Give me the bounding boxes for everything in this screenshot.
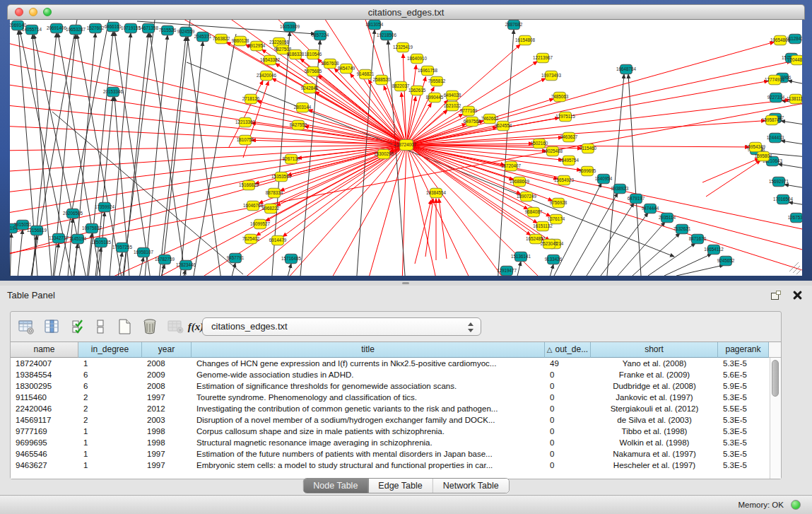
- red-edge-ray[interactable]: [10, 145, 406, 235]
- graph-node[interactable]: 1145194: [69, 234, 87, 244]
- graph-node[interactable]: 8813054: [366, 20, 384, 30]
- graph-node[interactable]: 8186328: [287, 49, 305, 59]
- red-edge-ray[interactable]: [328, 145, 406, 276]
- red-edge[interactable]: [706, 160, 760, 197]
- hub-spoke-edge[interactable]: [406, 65, 416, 145]
- graph-node[interactable]: 16099527: [250, 219, 271, 229]
- hub-spoke-edge[interactable]: [406, 62, 791, 145]
- black-edge[interactable]: [648, 243, 695, 276]
- graph-node[interactable]: 12774934: [765, 75, 785, 85]
- graph-node[interactable]: 20691406: [47, 23, 67, 33]
- table-row[interactable]: 1872400712008Changes of HCN gene express…: [11, 358, 770, 369]
- graph-node[interactable]: 2867608: [322, 59, 339, 69]
- black-edge[interactable]: [144, 35, 167, 276]
- black-edge[interactable]: [17, 230, 23, 276]
- hub-spoke-edge[interactable]: [308, 110, 406, 145]
- show-columns-icon[interactable]: [42, 317, 61, 337]
- graph-node[interactable]: 8912954: [248, 41, 266, 51]
- graph-node[interactable]: 12213967: [533, 53, 553, 63]
- graph-node[interactable]: 7625402: [242, 234, 260, 244]
- red-edge[interactable]: [702, 158, 759, 182]
- graph-node[interactable]: 8968222: [262, 204, 280, 214]
- window-titlebar[interactable]: citations_edges.txt: [7, 4, 805, 20]
- graph-node[interactable]: 1267533: [788, 213, 802, 223]
- table-options-icon[interactable]: [16, 317, 36, 337]
- graph-node[interactable]: 19218506: [377, 30, 397, 40]
- graph-node[interactable]: 8427552: [290, 120, 307, 130]
- graph-node[interactable]: 7955812: [428, 76, 446, 86]
- black-edge[interactable]: [781, 141, 802, 147]
- graph-node[interactable]: 1244413: [767, 133, 784, 143]
- row-cells-icon[interactable]: [90, 317, 110, 337]
- graph-node[interactable]: 10975837: [82, 223, 102, 233]
- red-edge-ray[interactable]: [10, 126, 406, 145]
- black-edge[interactable]: [601, 213, 648, 276]
- black-edge[interactable]: [664, 254, 712, 276]
- graph-node[interactable]: 8454749: [338, 64, 355, 74]
- graph-node[interactable]: 15353594: [271, 172, 292, 182]
- graph-node[interactable]: 2588520: [373, 75, 391, 85]
- graph-node[interactable]: 18640910: [407, 54, 428, 64]
- graph-node[interactable]: 6914479: [269, 235, 287, 245]
- graph-node[interactable]: 10688609: [510, 177, 530, 187]
- graph-node[interactable]: 16154808: [515, 35, 536, 45]
- graph-node[interactable]: 9146821: [357, 69, 375, 79]
- graph-node[interactable]: 16961758: [418, 66, 438, 76]
- graph-node[interactable]: 15166825: [239, 180, 259, 190]
- graph-node[interactable]: 10654808: [770, 35, 791, 45]
- float-panel-icon[interactable]: [771, 291, 781, 300]
- graph-node[interactable]: 12213363: [235, 117, 256, 127]
- red-edge-ray[interactable]: [10, 145, 406, 151]
- graph-node[interactable]: 15716485: [281, 254, 302, 264]
- graph-node[interactable]: 8267130: [283, 154, 300, 164]
- table-row[interactable]: 1938455462009Genome-wide association stu…: [11, 369, 770, 380]
- graph-node[interactable]: 1376174: [548, 214, 565, 224]
- graph-node[interactable]: 19384554: [426, 188, 447, 198]
- column-header-year[interactable]: year: [142, 342, 192, 358]
- close-panel-icon[interactable]: [792, 290, 802, 300]
- graph-node[interactable]: 2045371: [194, 32, 212, 42]
- graph-node[interactable]: 1640954: [595, 174, 613, 184]
- graph-node[interactable]: 1810546: [305, 49, 322, 59]
- graph-node[interactable]: 12823446: [176, 260, 196, 270]
- black-edge[interactable]: [548, 264, 553, 276]
- graph-node[interactable]: 12919477: [497, 266, 517, 276]
- graph-node[interactable]: 17957255: [112, 243, 133, 252]
- graph-node[interactable]: 9684087: [525, 207, 543, 217]
- graph-node[interactable]: 1502160: [531, 139, 548, 148]
- table-scrollbar[interactable]: [770, 358, 781, 479]
- black-edge[interactable]: [789, 202, 802, 208]
- graph-node[interactable]: 2935114: [659, 213, 676, 223]
- black-edge[interactable]: [123, 20, 155, 276]
- graph-node[interactable]: 10654112: [704, 245, 724, 255]
- graph-node[interactable]: 15958745: [762, 115, 782, 125]
- graph-node[interactable]: 12156819: [27, 226, 47, 235]
- graph-node[interactable]: 16648784: [616, 64, 637, 74]
- graph-node[interactable]: 15654923: [554, 175, 575, 185]
- black-edge[interactable]: [607, 74, 624, 276]
- black-edge[interactable]: [788, 81, 802, 88]
- tab-edge-table[interactable]: Edge Table: [368, 479, 433, 493]
- graph-node[interactable]: 9777169: [460, 106, 478, 116]
- graph-node[interactable]: 9457791: [227, 253, 245, 263]
- column-header-name[interactable]: name: [11, 342, 78, 358]
- graph-node[interactable]: 10653287: [66, 25, 86, 35]
- graph-node[interactable]: 9245652: [717, 256, 735, 266]
- graph-node[interactable]: 8990445: [426, 93, 444, 103]
- black-edge[interactable]: [784, 185, 802, 191]
- graph-node[interactable]: 2718126: [242, 94, 260, 104]
- citation-network-graph[interactable]: 2069140140557142069140610653287152760264…: [10, 20, 802, 276]
- black-edge[interactable]: [778, 164, 802, 171]
- graph-node[interactable]: 14055714: [22, 25, 42, 35]
- graph-node[interactable]: 16958107: [134, 247, 154, 257]
- graph-node[interactable]: 16543382: [260, 55, 281, 65]
- graph-node[interactable]: 7615526: [159, 25, 177, 35]
- black-edge[interactable]: [158, 37, 186, 276]
- graph-node[interactable]: 20206505: [63, 209, 83, 218]
- import-table-disabled-icon[interactable]: [165, 317, 185, 337]
- graph-node[interactable]: 6479197: [628, 194, 645, 204]
- table-row[interactable]: 946554611997Estimation of the future num…: [11, 448, 770, 460]
- column-header-in-degree[interactable]: in_degree: [78, 342, 142, 358]
- graph-node[interactable]: 7462662: [481, 114, 499, 124]
- graph-node[interactable]: 9699695: [579, 166, 596, 176]
